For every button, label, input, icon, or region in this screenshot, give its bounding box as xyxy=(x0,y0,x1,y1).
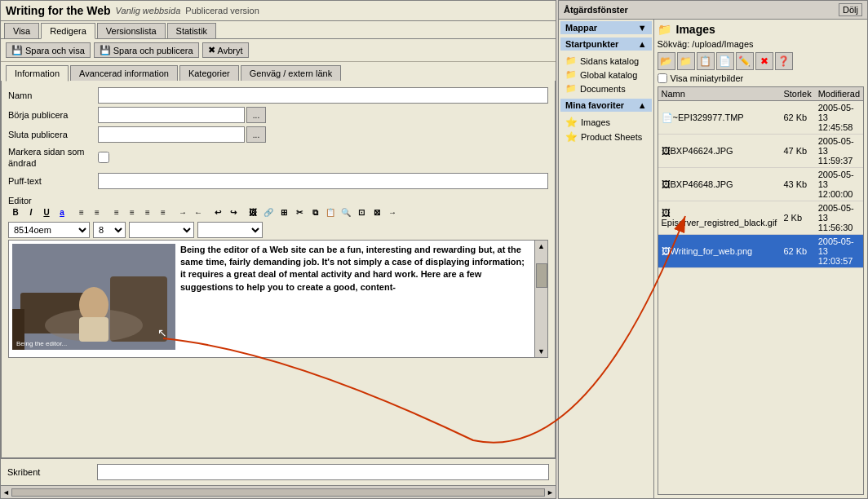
start-input[interactable]: 2003-08-19 19:23 xyxy=(98,107,245,123)
editor-vscrollbar[interactable]: ▲ ▼ xyxy=(534,241,547,357)
favorites-toggle-icon: ▲ xyxy=(638,100,647,110)
file-table-container: Namn Storlek Modifierad 📄~EPI329977.TMP … xyxy=(658,86,864,495)
insert-image-button[interactable]: 🖼 xyxy=(246,205,260,220)
italic-button[interactable]: I xyxy=(24,205,38,220)
folders-toggle-icon: ▼ xyxy=(638,23,647,33)
font-select[interactable]: 8514oem xyxy=(8,222,90,238)
images-panel-title: 📁 Images xyxy=(658,23,864,36)
folder-sidans[interactable]: 📁 Sidans katalog xyxy=(560,54,652,68)
end-label: Sluta publicera xyxy=(8,130,98,139)
save-view-icon: 💾 xyxy=(11,45,23,55)
img-tool-help[interactable]: ❓ xyxy=(775,52,793,70)
cancel-button[interactable]: ✖ Avbryt xyxy=(202,42,249,58)
table-row[interactable]: 📄~EPI329977.TMP 62 Kb 2005-05-13 12:45:5… xyxy=(658,101,863,135)
img-tool-delete[interactable]: ✖ xyxy=(755,52,773,70)
align-center-button[interactable]: ≡ xyxy=(125,205,140,220)
tab-statistik[interactable]: Statistik xyxy=(167,23,217,38)
skribent-input[interactable]: Webmaster xyxy=(97,464,549,480)
img-tool-doc[interactable]: 📄 xyxy=(716,52,734,70)
tab-visa[interactable]: Visa xyxy=(4,23,39,38)
fav-product-sheets[interactable]: ⭐ Product Sheets xyxy=(560,130,652,144)
favorites-header[interactable]: Mina favoriter ▲ xyxy=(560,99,652,112)
form-tab-categories[interactable]: Kategorier xyxy=(179,65,239,81)
img-tool-open[interactable]: 📂 xyxy=(658,52,675,70)
bottom-scrollbar[interactable]: ◄ ► xyxy=(1,485,556,498)
ordered-list-button[interactable]: ≡ xyxy=(90,205,104,220)
file-size-cell: 62 Kb xyxy=(780,235,814,268)
redo-button[interactable]: ↪ xyxy=(226,205,241,220)
align-left-button[interactable]: ≡ xyxy=(109,205,124,220)
justify-button[interactable]: ≡ xyxy=(156,205,170,220)
cut-button[interactable]: ✂ xyxy=(292,205,307,220)
col-modified[interactable]: Modifierad xyxy=(815,87,863,101)
miniatures-label: Visa miniatyrbilder xyxy=(671,73,744,83)
miniatures-checkbox[interactable] xyxy=(658,73,667,83)
save-view-button[interactable]: 💾 Spara och visa xyxy=(6,42,91,58)
folder-global[interactable]: 📁 Global katalog xyxy=(560,68,652,82)
tab-redigera[interactable]: Redigera xyxy=(41,23,95,39)
fav-images[interactable]: ⭐ Images xyxy=(560,115,652,130)
copy-button[interactable]: ⧉ xyxy=(308,205,322,220)
save-publish-button[interactable]: 💾 Spara och publicera xyxy=(94,42,199,58)
page-subtitle: Vanlig webbsida xyxy=(116,6,181,15)
size-select[interactable]: 8 xyxy=(93,222,126,238)
svg-rect-7 xyxy=(79,317,108,342)
fontcolor-button[interactable]: a xyxy=(55,205,69,220)
format-row: 8514oem 8 xyxy=(8,222,548,238)
align-right-button[interactable]: ≡ xyxy=(140,205,155,220)
style-select[interactable] xyxy=(129,222,194,238)
folder-documents[interactable]: 📁 Documents xyxy=(560,82,652,95)
file-icon: 🖼 xyxy=(662,179,671,189)
end-browse-button[interactable]: ... xyxy=(246,126,266,143)
svg-text:Being the editor...: Being the editor... xyxy=(16,340,67,347)
misc1-button[interactable]: ⊡ xyxy=(354,205,369,220)
insert-table-button[interactable]: ⊞ xyxy=(277,205,291,220)
unordered-list-button[interactable]: ≡ xyxy=(74,205,89,220)
name-input[interactable]: Writing for the Web xyxy=(98,87,548,104)
action-window-title: Åtgärdsfönster xyxy=(564,5,628,15)
img-tool-folder[interactable]: 📁 xyxy=(677,52,695,70)
table-row[interactable]: 🖼BXP46624.JPG 47 Kb 2005-05-13 11:59:37 xyxy=(658,135,863,168)
right-panel: Åtgärdsfönster Dölj Mappar ▼ Startpunkte… xyxy=(558,0,868,499)
misc2-button[interactable]: ⊠ xyxy=(370,205,384,220)
editor-wrapper: Being the editor... ↖ Being the editor o… xyxy=(8,240,548,358)
name-row: Namn Writing for the Web xyxy=(8,87,548,104)
paste-button[interactable]: 📋 xyxy=(323,205,338,220)
img-tool-copy[interactable]: 📋 xyxy=(697,52,715,70)
underline-button[interactable]: U xyxy=(39,205,54,220)
misc3-button[interactable]: → xyxy=(385,205,400,220)
col-name[interactable]: Namn xyxy=(658,87,781,101)
extra-select[interactable] xyxy=(197,222,263,238)
folders-header[interactable]: Mappar ▼ xyxy=(560,21,652,34)
file-size-cell: 62 Kb xyxy=(780,101,814,135)
mark-changed-checkbox[interactable] xyxy=(98,152,109,163)
end-input[interactable] xyxy=(98,126,245,143)
start-browse-button[interactable]: ... xyxy=(246,107,266,123)
table-row[interactable]: 🖼Writing_for_web.png 62 Kb 2005-05-13 12… xyxy=(658,235,863,268)
indent-button[interactable]: → xyxy=(175,205,190,220)
table-row[interactable]: 🖼Episerver_registred_black.gif 2 Kb 2005… xyxy=(658,201,863,235)
file-size-cell: 43 Kb xyxy=(780,168,814,201)
form-tab-advanced[interactable]: Avancerad information xyxy=(70,65,178,81)
insert-link-button[interactable]: 🔗 xyxy=(261,205,276,220)
img-tool-edit[interactable]: ✏️ xyxy=(736,52,754,70)
file-modified-cell: 2005-05-13 11:59:37 xyxy=(815,135,863,168)
file-name-cell: 🖼BXP46624.JPG xyxy=(658,135,781,168)
table-row[interactable]: 🖼BXP46648.JPG 43 Kb 2005-05-13 12:00:00 xyxy=(658,168,863,201)
col-size[interactable]: Storlek xyxy=(780,87,814,101)
editor-toolbar: B I U a ≡ ≡ ≡ ≡ ≡ ≡ → ← xyxy=(8,205,548,220)
close-button[interactable]: Dölj xyxy=(839,3,862,16)
puff-input[interactable] xyxy=(98,173,548,189)
editor-content-area[interactable]: Being the editor... ↖ Being the editor o… xyxy=(9,241,534,357)
outdent-button[interactable]: ← xyxy=(191,205,206,220)
file-modified-cell: 2005-05-13 12:03:57 xyxy=(815,235,863,268)
tab-versionslista[interactable]: Versionslista xyxy=(97,23,166,38)
form-tab-information[interactable]: Information xyxy=(6,65,69,82)
form-tab-shortcut[interactable]: Genväg / extern länk xyxy=(241,65,342,81)
find-button[interactable]: 🔍 xyxy=(339,205,353,220)
bold-button[interactable]: B xyxy=(8,205,23,220)
undo-button[interactable]: ↩ xyxy=(210,205,225,220)
file-name-cell: 📄~EPI329977.TMP xyxy=(658,101,781,135)
startpoints-header[interactable]: Startpunkter ▲ xyxy=(560,38,652,51)
file-name-cell: 🖼BXP46648.JPG xyxy=(658,168,781,201)
